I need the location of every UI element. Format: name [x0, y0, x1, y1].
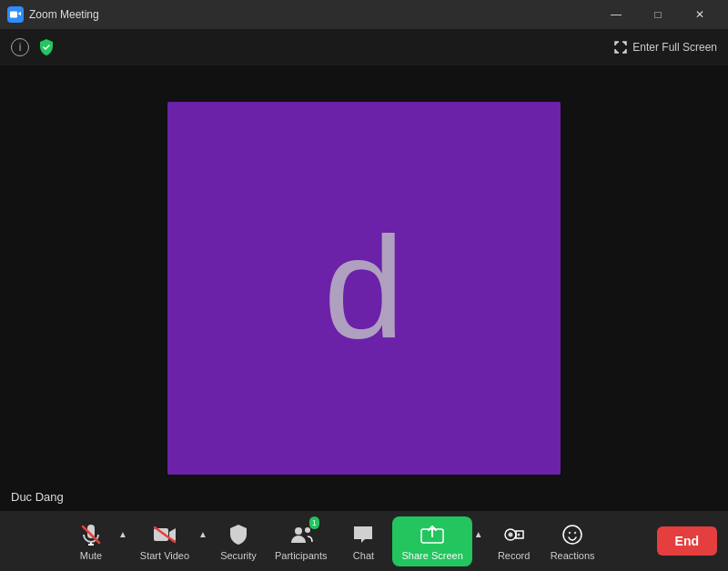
video-icon — [152, 522, 177, 547]
participants-button[interactable]: 1 Participants — [268, 516, 334, 566]
mute-button[interactable]: Mute — [66, 516, 116, 566]
mute-chevron[interactable]: ▲ — [116, 529, 129, 539]
end-button[interactable]: End — [657, 526, 717, 556]
svg-point-12 — [517, 533, 520, 536]
record-label: Record — [498, 550, 530, 561]
top-bar: i Enter Full Screen — [0, 29, 728, 65]
title-text: Zoom Meeting — [29, 8, 99, 21]
fullscreen-button[interactable]: Enter Full Screen — [614, 41, 717, 54]
record-button[interactable]: Record — [489, 516, 540, 566]
video-label: Start Video — [140, 550, 189, 561]
reactions-label: Reactions — [551, 550, 595, 561]
chat-button[interactable]: Chat — [338, 516, 389, 566]
svg-point-14 — [569, 531, 571, 533]
share-group: Share Screen ▲ — [392, 516, 484, 566]
security-icon-toolbar — [226, 522, 251, 547]
security-shield-icon[interactable] — [36, 37, 56, 57]
fullscreen-label: Enter Full Screen — [632, 41, 717, 54]
share-chevron[interactable]: ▲ — [472, 529, 485, 539]
minimize-button[interactable]: — — [595, 0, 637, 29]
avatar-letter: d — [324, 215, 405, 361]
participant-name: Duc Dang — [11, 490, 64, 504]
video-chevron[interactable]: ▲ — [197, 529, 209, 539]
security-label: Security — [220, 550, 257, 561]
chat-icon — [350, 522, 376, 547]
video-tile: d — [167, 102, 561, 475]
main-video-area: d Duc Dang — [0, 65, 728, 511]
participants-label: Participants — [275, 550, 327, 561]
top-bar-left: i — [11, 37, 56, 57]
title-bar: Zoom Meeting — □ ✕ — [0, 0, 728, 29]
share-screen-icon — [420, 522, 445, 547]
participants-icon: 1 — [288, 522, 314, 547]
mute-label: Mute — [80, 550, 102, 561]
close-button[interactable]: ✕ — [679, 0, 721, 29]
svg-point-8 — [305, 527, 310, 533]
svg-point-7 — [295, 527, 302, 535]
record-icon — [501, 522, 527, 547]
reactions-button[interactable]: Reactions — [543, 516, 602, 566]
svg-point-13 — [563, 526, 581, 544]
share-screen-label: Share Screen — [401, 550, 462, 561]
svg-point-11 — [508, 532, 512, 536]
window-controls: — □ ✕ — [595, 0, 721, 29]
reactions-icon — [560, 522, 585, 547]
mute-group: Mute ▲ — [66, 516, 129, 566]
app-icon — [7, 6, 24, 23]
share-screen-button[interactable]: Share Screen — [392, 516, 471, 566]
mute-icon — [78, 522, 104, 547]
start-video-button[interactable]: Start Video — [133, 516, 197, 566]
info-icon[interactable]: i — [11, 38, 29, 56]
chat-label: Chat — [353, 550, 374, 561]
maximize-button[interactable]: □ — [637, 0, 679, 29]
video-group: Start Video ▲ — [133, 516, 209, 566]
toolbar-center: Mute ▲ Start Video ▲ — [11, 516, 657, 566]
participant-count: 1 — [309, 516, 319, 529]
svg-point-15 — [574, 531, 576, 533]
title-bar-left: Zoom Meeting — [7, 6, 99, 23]
security-button[interactable]: Security — [213, 516, 264, 566]
toolbar: Mute ▲ Start Video ▲ — [0, 511, 728, 571]
